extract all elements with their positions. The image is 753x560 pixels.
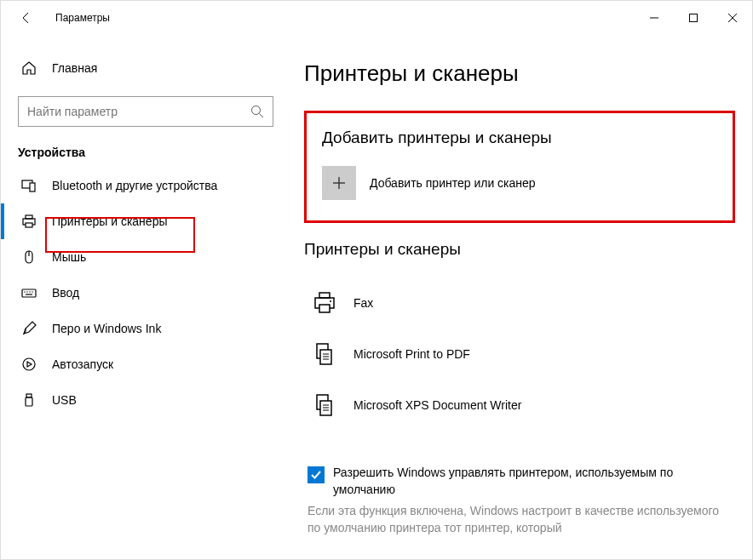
help-text: Если эта функция включена, Windows настр…	[304, 503, 735, 536]
sidebar-item-bluetooth[interactable]: Bluetooth и другие устройства	[1, 168, 290, 203]
minimize-button[interactable]	[635, 4, 674, 31]
plus-icon	[332, 176, 346, 190]
search-box[interactable]	[18, 96, 273, 127]
add-printer-button[interactable]: Добавить принтер или сканер	[322, 166, 717, 200]
sidebar-item-label: Bluetooth и другие устройства	[52, 179, 217, 192]
category-header: Устройства	[1, 127, 290, 168]
svg-rect-24	[319, 305, 330, 312]
svg-point-2	[252, 106, 261, 115]
title-bar: Параметры	[1, 1, 752, 35]
fax-icon	[308, 286, 342, 320]
printer-item-pdf[interactable]: Microsoft Print to PDF	[304, 329, 735, 380]
maximize-button[interactable]	[674, 4, 713, 31]
sidebar-item-typing[interactable]: Ввод	[1, 275, 290, 311]
svg-rect-6	[26, 215, 32, 219]
search-icon	[250, 105, 264, 118]
svg-rect-19	[26, 397, 32, 406]
svg-line-3	[260, 114, 264, 118]
sidebar-item-label: Мышь	[52, 250, 86, 264]
pen-icon	[21, 321, 37, 336]
sidebar: Главная Устройства Bluetooth и другие ус…	[1, 35, 290, 559]
sidebar-item-label: Перо и Windows Ink	[52, 322, 161, 335]
printer-name: Microsoft Print to PDF	[354, 347, 470, 361]
maximize-icon	[689, 14, 698, 22]
printer-item-xps[interactable]: Microsoft XPS Document Writer	[304, 380, 735, 431]
plus-icon-button	[322, 166, 356, 200]
checkbox-checked[interactable]	[308, 466, 325, 483]
sidebar-item-printers[interactable]: Принтеры и сканеры	[1, 203, 290, 239]
default-printer-checkbox-row[interactable]: Разрешить Windows управлять принтером, и…	[304, 465, 735, 498]
svg-rect-11	[22, 289, 36, 297]
svg-rect-5	[30, 183, 35, 191]
svg-point-14	[29, 291, 30, 292]
svg-point-15	[32, 291, 32, 292]
keyboard-icon	[21, 285, 37, 300]
sidebar-item-pen[interactable]: Перо и Windows Ink	[1, 311, 290, 346]
close-icon	[728, 14, 737, 22]
add-section-title: Добавить принтеры и сканеры	[322, 129, 717, 147]
page-title: Принтеры и сканеры	[304, 60, 735, 87]
sidebar-item-mouse[interactable]: Мышь	[1, 239, 290, 275]
pdf-printer-icon	[308, 337, 342, 371]
home-button[interactable]: Главная	[1, 52, 290, 84]
minimize-icon	[650, 14, 658, 22]
svg-point-17	[23, 358, 35, 370]
sidebar-item-label: USB	[52, 393, 77, 407]
list-section-title: Принтеры и сканеры	[304, 240, 735, 259]
printer-name: Fax	[354, 296, 373, 310]
home-icon	[21, 60, 37, 76]
svg-point-13	[26, 291, 27, 292]
mouse-icon	[21, 249, 37, 265]
svg-point-12	[24, 291, 25, 292]
svg-rect-22	[319, 293, 330, 298]
devices-icon	[21, 178, 37, 193]
usb-icon	[21, 392, 37, 408]
checkmark-icon	[310, 469, 322, 481]
checkbox-label: Разрешить Windows управлять принтером, и…	[333, 465, 735, 498]
svg-rect-18	[26, 394, 32, 397]
window-controls	[635, 4, 752, 31]
add-printer-section: Добавить принтеры и сканеры Добавить при…	[304, 111, 735, 223]
svg-point-25	[330, 300, 331, 302]
close-button[interactable]	[713, 4, 752, 31]
printer-list-section: Принтеры и сканеры Fax Microsoft Print t…	[304, 240, 735, 431]
main-content: Принтеры и сканеры Добавить принтеры и с…	[290, 35, 752, 559]
sidebar-item-usb[interactable]: USB	[1, 382, 290, 418]
arrow-left-icon	[20, 11, 33, 25]
svg-rect-8	[26, 223, 32, 227]
home-label: Главная	[52, 61, 97, 75]
printer-item-fax[interactable]: Fax	[304, 277, 735, 329]
xps-printer-icon	[308, 388, 342, 422]
add-printer-label: Добавить принтер или сканер	[370, 176, 536, 190]
sidebar-item-autoplay[interactable]: Автозапуск	[1, 346, 290, 382]
search-input[interactable]	[27, 105, 250, 118]
back-button[interactable]	[18, 9, 35, 26]
sidebar-item-label: Ввод	[52, 286, 79, 300]
sidebar-item-label: Принтеры и сканеры	[52, 214, 167, 228]
autoplay-icon	[21, 357, 37, 372]
svg-rect-1	[690, 14, 698, 22]
window-title: Параметры	[55, 12, 110, 24]
printer-icon	[21, 214, 37, 229]
printer-name: Microsoft XPS Document Writer	[354, 398, 521, 412]
sidebar-item-label: Автозапуск	[52, 357, 113, 371]
